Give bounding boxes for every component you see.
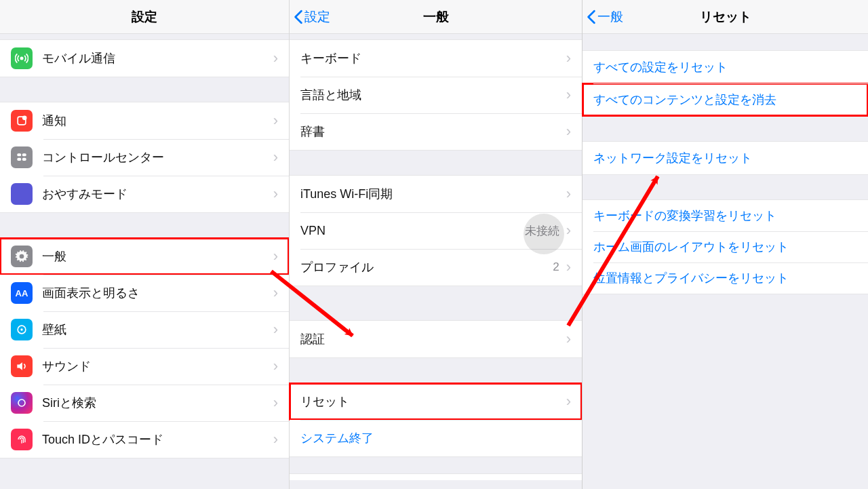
navbar-settings: 設定: [0, 0, 289, 34]
row-reset-all-settings[interactable]: すべての設定をリセット: [583, 51, 868, 83]
chevron-right-icon: ›: [273, 357, 278, 375]
navbar-title: 一般: [423, 8, 449, 26]
row-label: iTunes Wi-Fi同期: [300, 186, 393, 202]
row-label: 言語と地域: [300, 87, 361, 103]
row-label: すべてのコンテンツと設定を消去: [593, 92, 776, 108]
chevron-right-icon: ›: [273, 431, 278, 448]
moon-icon: [11, 183, 33, 205]
row-reset[interactable]: リセット ›: [290, 383, 582, 420]
row-keyboard[interactable]: キーボード ›: [290, 40, 582, 77]
row-label: キーボードの変換学習をリセット: [593, 208, 776, 224]
row-touchid[interactable]: Touch IDとパスコード ›: [0, 421, 289, 458]
row-dictionary[interactable]: 辞書 ›: [290, 113, 582, 150]
back-button[interactable]: 設定: [294, 0, 330, 34]
row-label: 画面表示と明るさ: [42, 285, 140, 301]
row-label: VPN: [300, 224, 326, 238]
back-button[interactable]: 一般: [587, 0, 623, 34]
row-label: 辞書: [300, 123, 325, 140]
row-reset-home[interactable]: ホーム画面のレイアウトをリセット: [583, 231, 868, 262]
notification-icon: [11, 110, 33, 132]
settings-panel: 設定 モバイル通信 › 通知: [0, 0, 289, 489]
chevron-right-icon: ›: [273, 50, 278, 67]
row-label: おやすみモード: [42, 186, 127, 202]
row-label: ホーム画面のレイアウトをリセット: [593, 239, 789, 255]
row-notifications[interactable]: 通知 ›: [0, 102, 289, 139]
row-language[interactable]: 言語と地域 ›: [290, 77, 582, 113]
row-label: システム終了: [300, 430, 374, 446]
chevron-right-icon: ›: [566, 258, 571, 276]
navbar-general: 設定 一般: [290, 0, 582, 34]
sound-icon: [11, 355, 33, 377]
svg-point-8: [20, 328, 22, 330]
row-dnd[interactable]: おやすみモード ›: [0, 176, 289, 212]
row-mobile[interactable]: モバイル通信 ›: [0, 40, 289, 77]
row-label: リセット: [300, 393, 349, 410]
control-center-icon: [11, 146, 33, 168]
row-label: モバイル通信: [42, 50, 115, 66]
antenna-icon: [11, 47, 33, 69]
chevron-right-icon: ›: [273, 321, 278, 338]
row-label: プロファイル: [300, 259, 374, 275]
chevron-right-icon: ›: [273, 394, 278, 412]
row-profile[interactable]: プロファイル 2 ›: [290, 249, 582, 286]
svg-point-9: [18, 399, 25, 406]
svg-point-0: [20, 57, 22, 59]
row-label: 壁紙: [42, 321, 66, 338]
row-label: 一般: [42, 248, 66, 265]
row-itunes-sync[interactable]: iTunes Wi-Fi同期 ›: [290, 176, 582, 212]
row-general[interactable]: 一般 ›: [0, 238, 289, 275]
row-wallpaper[interactable]: 壁紙 ›: [0, 311, 289, 348]
chevron-right-icon: ›: [273, 185, 278, 203]
chevron-right-icon: ›: [273, 149, 278, 166]
row-reset-network[interactable]: ネットワーク設定をリセット: [583, 142, 868, 174]
row-controlcenter[interactable]: コントロールセンター ›: [0, 139, 289, 176]
siri-icon: [11, 392, 33, 414]
row-label: コントロールセンター: [42, 149, 164, 165]
chevron-right-icon: ›: [566, 222, 571, 239]
general-panel: 設定 一般 キーボード › 言語と地域 › 辞書 › iTunes Wi-Fi同…: [289, 0, 582, 489]
svg-rect-3: [17, 153, 21, 156]
svg-point-2: [22, 116, 27, 121]
row-authentication[interactable]: 認証 ›: [290, 321, 582, 357]
row-reset-location[interactable]: 位置情報とプライバシーをリセット: [583, 262, 868, 294]
back-label: 一般: [597, 8, 623, 26]
chevron-right-icon: ›: [273, 284, 278, 302]
svg-rect-5: [17, 158, 21, 161]
touch-indicator: [524, 214, 564, 254]
gear-icon: [11, 246, 33, 267]
chevron-right-icon: ›: [566, 393, 571, 410]
wallpaper-icon: [11, 319, 33, 340]
chevron-right-icon: ›: [566, 86, 571, 104]
chevron-right-icon: ›: [566, 50, 571, 67]
row-label: ネットワーク設定をリセット: [593, 150, 752, 166]
row-label: Touch IDとパスコード: [42, 431, 163, 448]
row-display[interactable]: AA 画面表示と明るさ ›: [0, 275, 289, 311]
row-siri[interactable]: Siriと検索 ›: [0, 385, 289, 421]
row-label: 通知: [42, 113, 66, 129]
navbar-reset: 一般 リセット: [583, 0, 868, 34]
chevron-right-icon: ›: [566, 123, 571, 140]
reset-panel: 一般 リセット すべての設定をリセット すべてのコンテンツと設定を消去 ネットワ…: [582, 0, 868, 489]
display-icon: AA: [11, 282, 33, 304]
profile-count: 2: [553, 260, 559, 274]
navbar-title: リセット: [700, 8, 751, 26]
svg-rect-6: [22, 158, 26, 161]
row-label: すべての設定をリセット: [593, 59, 728, 75]
row-label: 認証: [300, 331, 325, 347]
fingerprint-icon: [11, 429, 33, 450]
chevron-right-icon: ›: [273, 112, 278, 130]
back-label: 設定: [304, 8, 330, 26]
svg-rect-4: [22, 153, 26, 156]
row-label: サウンド: [42, 358, 91, 374]
chevron-right-icon: ›: [566, 330, 571, 348]
chevron-right-icon: ›: [566, 185, 571, 203]
row-sound[interactable]: サウンド ›: [0, 348, 289, 385]
navbar-title: 設定: [132, 8, 157, 26]
row-reset-keyboard[interactable]: キーボードの変換学習をリセット: [583, 200, 868, 231]
row-label: キーボード: [300, 50, 361, 66]
row-label: Siriと検索: [42, 395, 96, 411]
row-shutdown[interactable]: システム終了: [290, 420, 582, 456]
row-label: 位置情報とプライバシーをリセット: [593, 270, 789, 286]
chevron-right-icon: ›: [273, 248, 278, 265]
row-erase-all[interactable]: すべてのコンテンツと設定を消去: [583, 83, 868, 116]
